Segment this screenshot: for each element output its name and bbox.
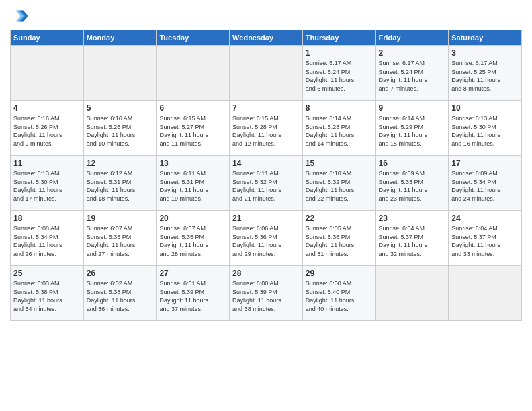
day-info: Sunrise: 6:04 AM Sunset: 5:37 PM Dayligh… <box>379 224 446 258</box>
day-number: 11 <box>13 158 81 168</box>
day-info: Sunrise: 6:14 AM Sunset: 5:28 PM Dayligh… <box>306 114 373 148</box>
calendar-cell: 28Sunrise: 6:00 AM Sunset: 5:39 PM Dayli… <box>230 266 303 321</box>
calendar-cell: 4Sunrise: 6:16 AM Sunset: 5:26 PM Daylig… <box>11 101 84 156</box>
calendar-cell: 9Sunrise: 6:14 AM Sunset: 5:29 PM Daylig… <box>375 101 449 156</box>
day-info: Sunrise: 6:05 AM Sunset: 5:36 PM Dayligh… <box>306 224 373 258</box>
calendar-cell: 26Sunrise: 6:02 AM Sunset: 5:38 PM Dayli… <box>83 266 157 321</box>
weekday-header-tuesday: Tuesday <box>157 30 230 46</box>
weekday-header-wednesday: Wednesday <box>230 30 303 46</box>
calendar-header-row: SundayMondayTuesdayWednesdayThursdayFrid… <box>11 30 522 46</box>
calendar-cell <box>157 46 230 101</box>
day-number: 13 <box>159 158 226 168</box>
calendar-cell: 23Sunrise: 6:04 AM Sunset: 5:37 PM Dayli… <box>375 211 449 266</box>
calendar-cell: 5Sunrise: 6:16 AM Sunset: 5:26 PM Daylig… <box>83 101 157 156</box>
weekday-header-friday: Friday <box>375 30 449 46</box>
calendar-body: 1Sunrise: 6:17 AM Sunset: 5:24 PM Daylig… <box>11 46 522 321</box>
day-number: 7 <box>232 103 300 113</box>
calendar-cell <box>11 46 84 101</box>
day-number: 20 <box>159 214 226 223</box>
day-info: Sunrise: 6:17 AM Sunset: 5:24 PM Dayligh… <box>379 59 446 93</box>
day-number: 2 <box>379 48 446 58</box>
calendar-cell <box>449 266 522 321</box>
calendar-cell: 21Sunrise: 6:06 AM Sunset: 5:36 PM Dayli… <box>230 211 303 266</box>
calendar-cell: 11Sunrise: 6:13 AM Sunset: 5:30 PM Dayli… <box>11 156 84 211</box>
day-number: 29 <box>306 269 373 278</box>
day-info: Sunrise: 6:04 AM Sunset: 5:37 PM Dayligh… <box>451 224 519 258</box>
day-info: Sunrise: 6:07 AM Sunset: 5:35 PM Dayligh… <box>159 224 226 258</box>
day-info: Sunrise: 6:12 AM Sunset: 5:31 PM Dayligh… <box>87 169 154 203</box>
day-number: 9 <box>379 103 446 113</box>
day-number: 19 <box>87 214 154 223</box>
day-number: 26 <box>87 269 154 278</box>
calendar-table: SundayMondayTuesdayWednesdayThursdayFrid… <box>10 30 522 321</box>
day-info: Sunrise: 6:10 AM Sunset: 5:32 PM Dayligh… <box>306 169 373 203</box>
calendar-week-5: 25Sunrise: 6:03 AM Sunset: 5:38 PM Dayli… <box>11 266 522 321</box>
calendar-cell: 2Sunrise: 6:17 AM Sunset: 5:24 PM Daylig… <box>375 46 449 101</box>
calendar-cell: 10Sunrise: 6:13 AM Sunset: 5:30 PM Dayli… <box>449 101 522 156</box>
calendar-cell: 22Sunrise: 6:05 AM Sunset: 5:36 PM Dayli… <box>302 211 375 266</box>
day-info: Sunrise: 6:11 AM Sunset: 5:32 PM Dayligh… <box>232 169 300 203</box>
header <box>10 7 522 26</box>
day-info: Sunrise: 6:09 AM Sunset: 5:34 PM Dayligh… <box>451 169 519 203</box>
day-info: Sunrise: 6:03 AM Sunset: 5:38 PM Dayligh… <box>13 279 81 313</box>
calendar-cell: 3Sunrise: 6:17 AM Sunset: 5:25 PM Daylig… <box>449 46 522 101</box>
day-info: Sunrise: 6:15 AM Sunset: 5:28 PM Dayligh… <box>232 114 300 148</box>
calendar-cell: 25Sunrise: 6:03 AM Sunset: 5:38 PM Dayli… <box>11 266 84 321</box>
calendar-cell <box>83 46 157 101</box>
day-info: Sunrise: 6:14 AM Sunset: 5:29 PM Dayligh… <box>379 114 446 148</box>
calendar-cell: 20Sunrise: 6:07 AM Sunset: 5:35 PM Dayli… <box>157 211 230 266</box>
day-number: 22 <box>306 214 373 223</box>
day-info: Sunrise: 6:07 AM Sunset: 5:35 PM Dayligh… <box>87 224 154 258</box>
day-number: 14 <box>232 158 300 168</box>
calendar-cell: 27Sunrise: 6:01 AM Sunset: 5:39 PM Dayli… <box>157 266 230 321</box>
day-number: 16 <box>379 158 446 168</box>
calendar-week-4: 18Sunrise: 6:08 AM Sunset: 5:34 PM Dayli… <box>11 211 522 266</box>
calendar-cell: 6Sunrise: 6:15 AM Sunset: 5:27 PM Daylig… <box>157 101 230 156</box>
calendar-cell: 7Sunrise: 6:15 AM Sunset: 5:28 PM Daylig… <box>230 101 303 156</box>
day-number: 15 <box>306 158 373 168</box>
day-info: Sunrise: 6:09 AM Sunset: 5:33 PM Dayligh… <box>379 169 446 203</box>
calendar-cell: 12Sunrise: 6:12 AM Sunset: 5:31 PM Dayli… <box>83 156 157 211</box>
day-info: Sunrise: 6:08 AM Sunset: 5:34 PM Dayligh… <box>13 224 81 258</box>
calendar-cell <box>375 266 449 321</box>
day-number: 1 <box>306 48 373 58</box>
weekday-header-sunday: Sunday <box>11 30 84 46</box>
calendar-cell: 15Sunrise: 6:10 AM Sunset: 5:32 PM Dayli… <box>302 156 375 211</box>
day-info: Sunrise: 6:16 AM Sunset: 5:26 PM Dayligh… <box>87 114 154 148</box>
day-info: Sunrise: 6:13 AM Sunset: 5:30 PM Dayligh… <box>13 169 81 203</box>
day-info: Sunrise: 6:13 AM Sunset: 5:30 PM Dayligh… <box>451 114 519 148</box>
calendar-cell: 29Sunrise: 6:00 AM Sunset: 5:40 PM Dayli… <box>302 266 375 321</box>
day-number: 3 <box>451 48 519 58</box>
day-number: 12 <box>87 158 154 168</box>
day-number: 18 <box>13 214 81 223</box>
day-number: 10 <box>451 103 519 113</box>
calendar-cell: 13Sunrise: 6:11 AM Sunset: 5:31 PM Dayli… <box>157 156 230 211</box>
day-info: Sunrise: 6:11 AM Sunset: 5:31 PM Dayligh… <box>159 169 226 203</box>
logo <box>10 7 32 26</box>
day-number: 27 <box>159 269 226 278</box>
calendar-cell: 19Sunrise: 6:07 AM Sunset: 5:35 PM Dayli… <box>83 211 157 266</box>
calendar-cell: 8Sunrise: 6:14 AM Sunset: 5:28 PM Daylig… <box>302 101 375 156</box>
day-info: Sunrise: 6:01 AM Sunset: 5:39 PM Dayligh… <box>159 279 226 313</box>
calendar-cell: 16Sunrise: 6:09 AM Sunset: 5:33 PM Dayli… <box>375 156 449 211</box>
day-info: Sunrise: 6:00 AM Sunset: 5:40 PM Dayligh… <box>306 279 373 313</box>
page-container: SundayMondayTuesdayWednesdayThursdayFrid… <box>0 0 532 324</box>
day-info: Sunrise: 6:00 AM Sunset: 5:39 PM Dayligh… <box>232 279 300 313</box>
calendar-cell: 24Sunrise: 6:04 AM Sunset: 5:37 PM Dayli… <box>449 211 522 266</box>
day-number: 17 <box>451 158 519 168</box>
day-info: Sunrise: 6:06 AM Sunset: 5:36 PM Dayligh… <box>232 224 300 258</box>
day-info: Sunrise: 6:17 AM Sunset: 5:25 PM Dayligh… <box>451 59 519 93</box>
calendar-week-2: 4Sunrise: 6:16 AM Sunset: 5:26 PM Daylig… <box>11 101 522 156</box>
day-info: Sunrise: 6:17 AM Sunset: 5:24 PM Dayligh… <box>306 59 373 93</box>
calendar-week-3: 11Sunrise: 6:13 AM Sunset: 5:30 PM Dayli… <box>11 156 522 211</box>
day-number: 28 <box>232 269 300 278</box>
day-number: 8 <box>306 103 373 113</box>
day-number: 24 <box>451 214 519 223</box>
day-number: 21 <box>232 214 300 223</box>
calendar-week-1: 1Sunrise: 6:17 AM Sunset: 5:24 PM Daylig… <box>11 46 522 101</box>
calendar-cell: 1Sunrise: 6:17 AM Sunset: 5:24 PM Daylig… <box>302 46 375 101</box>
day-number: 5 <box>87 103 154 113</box>
calendar-cell <box>230 46 303 101</box>
calendar-cell: 18Sunrise: 6:08 AM Sunset: 5:34 PM Dayli… <box>11 211 84 266</box>
day-number: 4 <box>13 103 81 113</box>
